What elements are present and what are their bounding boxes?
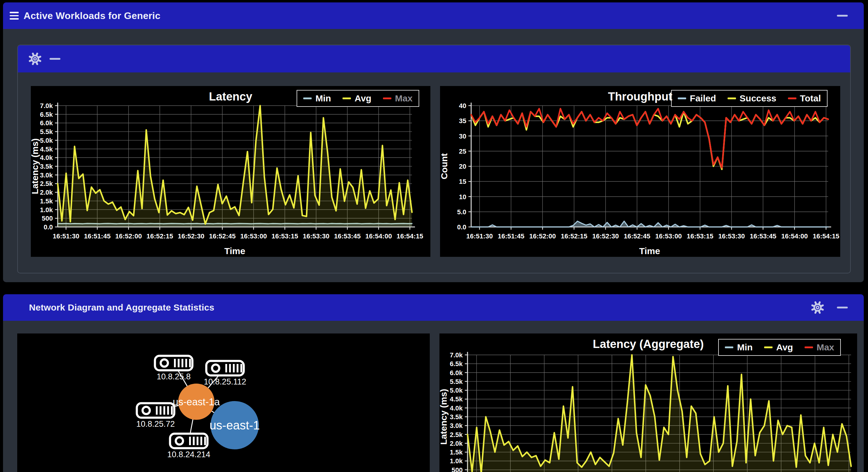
- y-tick-label: 3.5k: [450, 413, 463, 421]
- x-tick-label: 16:51:30: [466, 232, 493, 240]
- card-minimize-button[interactable]: [49, 53, 61, 65]
- legend-swatch: [805, 346, 813, 348]
- legend-label: Min: [737, 342, 753, 352]
- legend-item-min[interactable]: Min: [303, 93, 331, 103]
- legend-label: Success: [740, 93, 776, 103]
- legend-label: Failed: [690, 93, 716, 103]
- y-tick-label: 40: [459, 102, 466, 109]
- y-tick-label: 6.0k: [40, 119, 53, 127]
- legend-item-min[interactable]: Min: [725, 342, 753, 352]
- gear-icon: [811, 301, 825, 314]
- minus-icon: [50, 58, 60, 60]
- x-tick-label: 16:53:15: [687, 232, 713, 240]
- charts-card-toolbar: [18, 45, 850, 72]
- y-tick-label: 5.0k: [450, 386, 463, 394]
- section2-header: Network Diagram and Aggregate Statistics: [3, 294, 864, 321]
- x-tick-label: 16:54:15: [397, 232, 423, 240]
- y-tick-label: 35: [459, 117, 466, 125]
- section2-title: Network Diagram and Aggregate Statistics: [29, 302, 214, 313]
- chart-legend: FailedSuccessTotal: [671, 90, 828, 107]
- x-tick-label: 16:52:45: [209, 232, 236, 240]
- x-tick-label: 16:53:00: [655, 232, 682, 240]
- network-diagram-canvas: 10.8.25.810.8.25.11210.8.25.7210.8.24.21…: [17, 334, 430, 472]
- y-tick-label: 2.0k: [40, 189, 53, 196]
- main-header: Active Workloads for Generic: [3, 2, 864, 29]
- legend-item-failed[interactable]: Failed: [678, 93, 716, 103]
- y-axis-title: Latency (ms): [439, 389, 448, 444]
- legend-swatch: [727, 98, 736, 99]
- x-axis-title: Time: [224, 246, 245, 256]
- x-tick-label: 16:52:00: [529, 232, 556, 240]
- y-tick-label: 30: [459, 133, 466, 140]
- y-tick-label: 7.0k: [40, 102, 53, 109]
- host-node-10.8.25.8[interactable]: 10.8.25.8: [155, 356, 192, 381]
- charts-card: LatencyMinAvgMax16:51:3016:51:4516:52:00…: [17, 45, 851, 273]
- y-tick-label: 5.5k: [450, 378, 463, 385]
- x-tick-label: 16:54:15: [813, 232, 839, 240]
- y-tick-label: 500: [42, 214, 53, 222]
- menu-hamburger-icon[interactable]: [10, 12, 19, 20]
- legend-swatch: [678, 98, 686, 99]
- y-axis-title: Count: [440, 153, 449, 179]
- x-tick-label: 16:52:00: [115, 232, 142, 240]
- y-axis-title: Latency (ms): [31, 138, 40, 194]
- y-tick-label: 4.0k: [40, 154, 53, 162]
- chart-legend: MinAvgMax: [718, 339, 841, 356]
- y-tick-label: 1.0k: [450, 457, 463, 465]
- y-tick-label: 2.5k: [450, 431, 463, 438]
- minus-icon: [837, 15, 848, 16]
- y-tick-label: 4.5k: [40, 145, 53, 153]
- x-tick-label: 16:54:00: [781, 232, 808, 240]
- minimize-button[interactable]: [837, 10, 848, 22]
- y-tick-label: 3.5k: [40, 163, 53, 170]
- minus-icon: [837, 307, 848, 308]
- host-label: 10.8.24.214: [167, 450, 211, 459]
- y-tick-label: 6.5k: [450, 360, 463, 368]
- x-tick-label: 16:52:30: [592, 232, 619, 240]
- x-tick-label: 16:52:15: [147, 232, 173, 240]
- legend-swatch: [342, 98, 351, 99]
- x-tick-label: 16:51:45: [84, 232, 111, 240]
- legend-label: Min: [315, 93, 331, 103]
- y-tick-label: 1.0k: [40, 206, 53, 214]
- legend-item-success[interactable]: Success: [727, 93, 776, 103]
- chart-legend: MinAvgMax: [297, 90, 419, 107]
- host-node-10.8.25.72[interactable]: 10.8.25.72: [136, 403, 175, 429]
- y-tick-label: 2.5k: [40, 180, 53, 188]
- y-tick-label: 1.5k: [450, 448, 463, 456]
- x-tick-label: 16:51:45: [498, 232, 524, 240]
- y-tick-label: 4.0k: [450, 404, 463, 412]
- legend-swatch: [383, 98, 392, 99]
- legend-item-max[interactable]: Max: [805, 342, 834, 352]
- latency-chart: LatencyMinAvgMax16:51:3016:51:4516:52:00…: [31, 86, 430, 257]
- legend-item-avg[interactable]: Avg: [342, 93, 371, 103]
- legend-label: Max: [395, 93, 412, 103]
- settings-gear-icon[interactable]: [811, 301, 825, 314]
- page-title: Active Workloads for Generic: [24, 10, 160, 22]
- zone-label: us-east-1: [210, 418, 260, 432]
- y-tick-label: 4.5k: [450, 395, 463, 403]
- host-label: 10.8.25.112: [204, 377, 246, 386]
- host-node-10.8.25.112[interactable]: 10.8.25.112: [204, 361, 246, 386]
- minimize-button[interactable]: [837, 302, 848, 313]
- zone-label: us-east-1a: [173, 396, 220, 407]
- legend-swatch: [303, 98, 312, 99]
- x-tick-label: 16:52:45: [624, 232, 650, 240]
- x-tick-label: 16:53:45: [750, 232, 776, 240]
- x-tick-label: 16:53:45: [334, 232, 361, 240]
- host-node-10.8.24.214[interactable]: 10.8.24.214: [167, 434, 211, 459]
- x-tick-label: 16:53:15: [272, 232, 298, 240]
- legend-label: Avg: [776, 342, 793, 352]
- y-tick-label: 20: [459, 163, 466, 170]
- x-tick-label: 16:54:00: [366, 232, 392, 240]
- y-tick-label: 3.0k: [40, 171, 53, 179]
- x-tick-label: 16:53:30: [718, 232, 745, 240]
- legend-item-avg[interactable]: Avg: [764, 342, 793, 352]
- y-tick-label: 2.0k: [450, 440, 463, 447]
- settings-gear-icon[interactable]: [28, 52, 42, 66]
- workloads-panel: LatencyMinAvgMax16:51:3016:51:4516:52:00…: [3, 29, 864, 282]
- legend-item-total[interactable]: Total: [788, 93, 821, 103]
- y-tick-label: 10: [459, 193, 466, 201]
- legend-item-max[interactable]: Max: [383, 93, 412, 103]
- x-tick-label: 16:53:30: [303, 232, 330, 240]
